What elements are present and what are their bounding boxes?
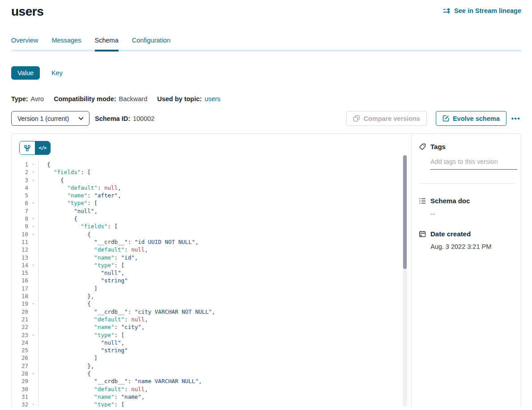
code-text: { <box>38 370 91 377</box>
code-view-button[interactable]: </> <box>35 141 50 154</box>
code-text: { <box>38 231 91 238</box>
view-mode-toggle: </> <box>19 141 51 155</box>
code-line: 5 "name": "after", <box>12 192 411 199</box>
fold-gutter <box>28 316 38 323</box>
code-line: 7 "null", <box>12 207 411 215</box>
line-number: 14 <box>12 261 28 269</box>
fold-toggle-icon[interactable]: ▾ <box>28 176 38 184</box>
schema-id-label: Schema ID: <box>95 115 130 122</box>
code-line: 2▾ "fields": [ <box>12 168 411 176</box>
line-number: 31 <box>12 393 28 401</box>
code-scrollbar[interactable] <box>403 155 407 407</box>
code-line: 21 "default": null, <box>12 316 411 323</box>
line-number: 17 <box>12 285 28 292</box>
value-toggle-button[interactable]: Value <box>11 66 40 80</box>
code-line: 8▾ { <box>12 215 411 222</box>
compare-versions-button[interactable]: Compare versions <box>346 111 427 126</box>
code-line: 6▾ "type": [ <box>12 199 411 207</box>
fold-toggle-icon[interactable]: ▾ <box>28 300 38 308</box>
code-text: "null", <box>38 269 124 277</box>
line-number: 27 <box>12 362 28 370</box>
fold-toggle-icon[interactable]: ▾ <box>28 215 38 222</box>
code-text: "type": [ <box>38 261 124 269</box>
meta-value-link[interactable]: users <box>204 95 220 102</box>
code-view-icon: </> <box>39 145 47 151</box>
code-text: "name": "after", <box>38 192 121 199</box>
meta-value: Avro <box>31 95 44 102</box>
fold-gutter <box>28 184 38 192</box>
line-number: 3 <box>12 176 28 184</box>
page-title: users <box>11 4 43 20</box>
code-line: 27 }, <box>12 362 411 370</box>
versions-icon <box>353 115 360 122</box>
more-actions-button[interactable]: ••• <box>511 116 521 121</box>
meta-item: Type:Avro <box>11 95 44 102</box>
fold-gutter <box>28 354 38 362</box>
fold-toggle-icon[interactable]: ▾ <box>28 331 38 339</box>
fold-gutter <box>28 385 38 393</box>
tree-view-button[interactable] <box>20 141 35 154</box>
line-number: 5 <box>12 192 28 199</box>
line-number: 16 <box>12 277 28 284</box>
fold-toggle-icon[interactable]: ▾ <box>28 199 38 207</box>
meta-label: Compatibility mode: <box>54 95 116 102</box>
fold-gutter <box>28 393 38 401</box>
code-text: }, <box>38 362 94 370</box>
code-line: 24 "null", <box>12 339 411 346</box>
code-line: 18 }, <box>12 292 411 300</box>
line-number: 23 <box>12 331 28 339</box>
fold-gutter <box>28 192 38 199</box>
schema-code-pane: </> 1▾{2▾ "fields": [3▾ {4 "default": nu… <box>12 134 411 407</box>
line-number: 18 <box>12 292 28 300</box>
code-text: { <box>38 176 64 184</box>
date-created-section-header: Date created <box>419 230 515 238</box>
code-line: 3▾ { <box>12 176 411 184</box>
tab-schema[interactable]: Schema <box>95 37 119 51</box>
code-line: 20 "__crdb__": "city VARCHAR NOT NULL", <box>12 308 411 316</box>
code-line: 26 ] <box>12 354 411 362</box>
code-text: { <box>38 300 91 308</box>
fold-toggle-icon[interactable]: ▾ <box>28 231 38 238</box>
line-number: 8 <box>12 215 28 222</box>
schema-id-value: 100002 <box>133 115 154 122</box>
fold-toggle-icon[interactable]: ▾ <box>28 222 38 230</box>
tab-overview[interactable]: Overview <box>11 37 38 51</box>
tab-messages[interactable]: Messages <box>51 37 81 51</box>
code-text: "type": [ <box>38 199 98 207</box>
line-number: 32 <box>12 401 28 407</box>
code-text: "fields": [ <box>38 222 118 230</box>
code-line: 22 "name": "city", <box>12 323 411 331</box>
line-number: 20 <box>12 308 28 316</box>
fold-toggle-icon[interactable]: ▾ <box>28 161 38 168</box>
line-number: 26 <box>12 354 28 362</box>
fold-gutter <box>28 323 38 331</box>
line-number: 22 <box>12 323 28 331</box>
code-text: "__crdb__": "name VARCHAR NULL", <box>38 377 202 385</box>
line-number: 29 <box>12 377 28 385</box>
line-number: 12 <box>12 246 28 253</box>
code-text: "string" <box>38 346 128 354</box>
add-tags-input[interactable] <box>430 158 517 170</box>
line-number: 11 <box>12 238 28 246</box>
code-line: 17 ] <box>12 285 411 292</box>
evolve-schema-button[interactable]: Evolve schema <box>436 111 506 126</box>
fold-toggle-icon[interactable]: ▾ <box>28 401 38 407</box>
scrollbar-thumb[interactable] <box>403 155 407 269</box>
version-select[interactable]: Version 1 (current) <box>11 111 89 126</box>
tab-configuration[interactable]: Configuration <box>132 37 170 51</box>
code-line: 29 "__crdb__": "name VARCHAR NULL", <box>12 377 411 385</box>
code-line: 11 "__crdb__": "id UUID NOT NULL", <box>12 238 411 246</box>
meta-value: Backward <box>119 95 148 102</box>
key-toggle-button[interactable]: Key <box>51 69 63 77</box>
code-text: "__crdb__": "city VARCHAR NOT NULL", <box>38 308 215 316</box>
fold-gutter <box>28 377 38 385</box>
tree-view-icon <box>24 145 30 151</box>
stream-lineage-link[interactable]: See in Stream lineage <box>443 7 521 14</box>
fold-toggle-icon[interactable]: ▾ <box>28 261 38 269</box>
code-line: 31 "name": "name", <box>12 393 411 401</box>
code-text: "default": null, <box>38 385 148 393</box>
schema-doc-title: Schema doc <box>430 197 470 205</box>
fold-toggle-icon[interactable]: ▾ <box>28 168 38 176</box>
fold-toggle-icon[interactable]: ▾ <box>28 370 38 377</box>
value-key-toggle: Value Key <box>11 66 521 80</box>
